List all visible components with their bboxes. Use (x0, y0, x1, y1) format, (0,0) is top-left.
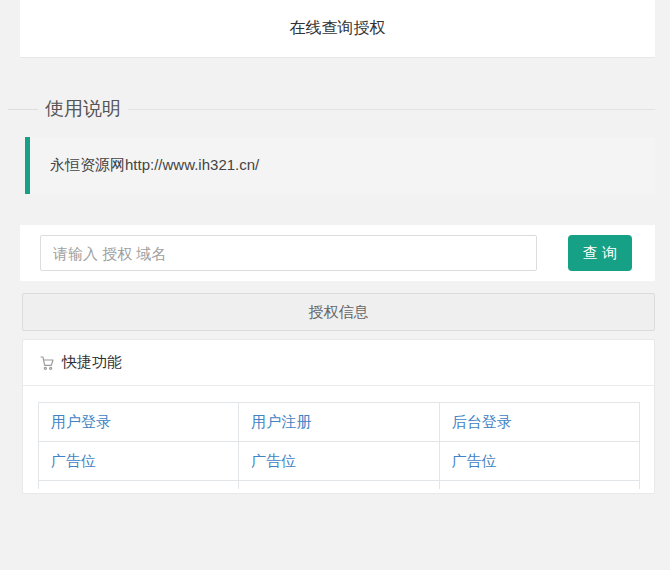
quick-functions-card: 快捷功能 用户登录 用户注册 后台登录 广告位 广告位 广告位 (22, 339, 655, 494)
quick-links-table: 用户登录 用户注册 后台登录 广告位 广告位 广告位 (38, 402, 640, 489)
ad-slot-link[interactable]: 广告位 (51, 452, 96, 469)
query-button[interactable]: 查 询 (568, 235, 632, 271)
quick-links-row: 广告位 广告位 广告位 (39, 442, 640, 481)
quick-links-stub-row (39, 481, 640, 490)
admin-login-link[interactable]: 后台登录 (452, 413, 512, 430)
quick-link-cell: 广告位 (439, 442, 639, 481)
quick-link-cell: 后台登录 (439, 403, 639, 442)
quick-link-cell: 用户登录 (39, 403, 239, 442)
auth-info-label: 授权信息 (309, 303, 369, 322)
quick-links-row: 用户登录 用户注册 后台登录 (39, 403, 640, 442)
domain-search-input[interactable] (40, 235, 537, 271)
quick-link-cell: 用户注册 (239, 403, 439, 442)
cart-icon (39, 355, 55, 371)
page-header: 在线查询授权 (20, 0, 655, 58)
quick-functions-header: 快捷功能 (23, 340, 654, 386)
page-title: 在线查询授权 (290, 18, 386, 39)
site-url-quote: 永恒资源网http://www.ih321.cn/ (25, 137, 655, 194)
site-url-text: 永恒资源网http://www.ih321.cn/ (50, 156, 259, 173)
heading-rule-right (128, 109, 655, 110)
usage-section-heading: 使用说明 (8, 96, 655, 122)
ad-slot-link[interactable]: 广告位 (452, 452, 497, 469)
usage-heading-text: 使用说明 (38, 96, 128, 122)
quick-link-cell: 广告位 (239, 442, 439, 481)
user-register-link[interactable]: 用户注册 (251, 413, 311, 430)
heading-rule-left (8, 109, 38, 110)
quick-link-cell: 广告位 (39, 442, 239, 481)
quick-functions-body: 用户登录 用户注册 后台登录 广告位 广告位 广告位 (23, 386, 654, 493)
quick-functions-title: 快捷功能 (62, 353, 122, 372)
auth-info-bar: 授权信息 (22, 293, 655, 331)
user-login-link[interactable]: 用户登录 (51, 413, 111, 430)
ad-slot-link[interactable]: 广告位 (251, 452, 296, 469)
search-card: 查 询 (20, 225, 655, 281)
